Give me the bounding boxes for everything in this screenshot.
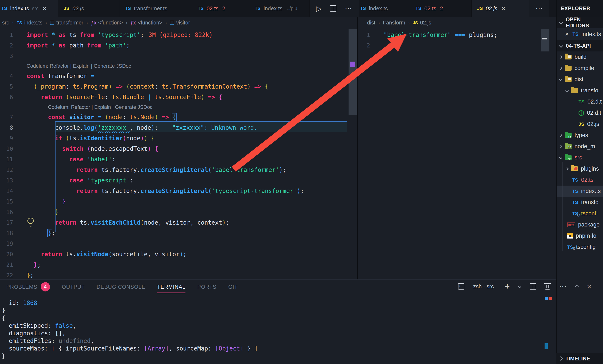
code-line[interactable]: 2import * as path from 'path'; xyxy=(0,40,348,51)
tree-item-pnpm-lo[interactable]: pnpm-lo xyxy=(557,230,603,241)
code-text: const transformer = xyxy=(20,73,94,80)
code-line[interactable]: 13 case 'typescript': xyxy=(0,175,348,186)
tree-item-src[interactable]: src xyxy=(557,152,603,163)
tree-item-tsconfi[interactable]: TStsconfi xyxy=(557,208,603,219)
panel-tab-debug-console[interactable]: DEBUG CONSOLE xyxy=(97,280,145,294)
code-line[interactable]: 2 xyxy=(357,40,538,51)
code-line[interactable]: 17 return ts.visitEachChild(node, visito… xyxy=(0,217,348,228)
code-text: } xyxy=(20,209,59,216)
code-line[interactable]: 7 const visitor = (node: ts.Node) => { xyxy=(0,112,348,122)
codelens[interactable]: Codeium: Refactor | Explain | Generate J… xyxy=(27,61,131,71)
code-line[interactable]: 8 console.log('zxzxxxx', node);"zxzxxxx"… xyxy=(0,122,348,133)
tree-item-node_m[interactable]: node_m xyxy=(557,141,603,152)
terminal-dropdown-chevron[interactable] xyxy=(518,285,522,288)
tree-item-types[interactable]: types xyxy=(557,130,603,141)
tree-item-label: tsconfi xyxy=(581,210,598,217)
code-line[interactable]: 9 if (ts.isIdentifier(node)) { xyxy=(0,133,348,143)
tree-item-label: src xyxy=(575,154,582,161)
tree-item-label: 02.js xyxy=(587,121,599,127)
maximize-panel-chevron[interactable] xyxy=(575,285,579,288)
code-line[interactable]: 14 return ts.factory.createStringLiteral… xyxy=(0,186,348,196)
code-text: const visitor = (node: ts.Node) => { xyxy=(20,114,176,121)
code-text: import * as path from 'path'; xyxy=(20,42,130,49)
line-number: 3 xyxy=(0,53,20,59)
code-text: case 'typescript': xyxy=(20,177,133,184)
codelens[interactable]: Codeium: Refactor | Explain | Generate J… xyxy=(48,102,152,112)
line-number: 19 xyxy=(0,240,20,247)
code-line[interactable]: 12 return ts.factory.createStringLiteral… xyxy=(0,164,348,175)
code-line[interactable]: 5 (_program: ts.Program) => (context: ts… xyxy=(0,81,348,92)
code-line[interactable]: 3 xyxy=(0,51,348,61)
tree-indent-guide xyxy=(562,162,562,251)
panel-tab-problems[interactable]: PROBLEMS4 xyxy=(6,280,50,294)
globe-icon xyxy=(579,110,584,116)
code-line[interactable]: 19 xyxy=(0,238,348,249)
code-line[interactable]: 1import * as ts from 'typescript';3M (gz… xyxy=(0,30,348,40)
code-line[interactable]: 22}; xyxy=(0,270,348,281)
new-terminal-button[interactable]: + xyxy=(505,282,510,291)
terminal-session-label[interactable]: zsh - src xyxy=(473,283,494,290)
tree-item-package[interactable]: npmpackage xyxy=(557,219,603,230)
panel-tab-output[interactable]: OUTPUT xyxy=(62,280,85,294)
code-text: return ts.visitNode(sourceFile, visitor)… xyxy=(20,251,187,258)
code-line[interactable]: 10 switch (node.escapedText) { xyxy=(0,143,348,154)
code-text: import * as ts from 'typescript'; xyxy=(20,31,144,38)
folder-gold-icon xyxy=(571,88,578,93)
line-number: 1 xyxy=(357,32,377,38)
code-text: switch (node.escapedText) { xyxy=(20,145,158,152)
code-line[interactable]: 1"babel-transformer" === plugins; xyxy=(357,30,538,40)
tree-item-02.ts[interactable]: TS02.ts xyxy=(557,174,603,186)
tree-item-label: 02.d.t xyxy=(587,110,601,116)
code-line[interactable]: 21 }; xyxy=(0,259,348,270)
tree-item-02.d.t[interactable]: 02.d.t xyxy=(557,107,603,119)
panel-tab-ports[interactable]: PORTS xyxy=(197,280,217,294)
ts-gear-icon: TS xyxy=(572,211,578,216)
tree-item-transfo[interactable]: TStransfo xyxy=(557,197,603,208)
tree-item-compile[interactable]: compile xyxy=(557,63,603,74)
ts-icon: TS xyxy=(572,189,578,193)
open-editors-section[interactable]: OPEN EDITORS xyxy=(557,17,603,28)
tree-item-02.d.t[interactable]: TS02.d.t xyxy=(557,96,603,107)
code-line[interactable]: 11 case 'babel': xyxy=(0,154,348,164)
more-actions-button[interactable]: ⋯ xyxy=(559,282,567,291)
code-line[interactable]: 6 return (sourceFile: ts.Bundle | ts.Sou… xyxy=(0,92,348,102)
panel-tab-git[interactable]: GIT xyxy=(228,280,238,294)
code-line[interactable]: 16 } xyxy=(0,207,348,217)
tree-item-build[interactable]: build xyxy=(557,51,603,63)
line-number: 17 xyxy=(0,219,20,226)
code-text: return ts.factory.createStringLiteral('t… xyxy=(20,187,304,194)
lightbulb-icon[interactable] xyxy=(27,218,34,224)
tree-item-dist[interactable]: dist xyxy=(557,74,603,85)
code-line[interactable]: 20 return ts.visitNode(sourceFile, visit… xyxy=(0,249,348,259)
close-icon[interactable]: × xyxy=(565,31,569,38)
split-terminal-button[interactable] xyxy=(530,283,536,290)
tree-item-label: transfo xyxy=(581,199,599,206)
tree-item-index.ts[interactable]: TSindex.ts xyxy=(557,186,603,197)
timeline-label: TIMELINE xyxy=(566,356,590,362)
tree-item-02.js[interactable]: JS02.js xyxy=(557,119,603,130)
timeline-section[interactable]: TIMELINE xyxy=(556,353,603,364)
tree-item-label: pnpm-lo xyxy=(576,233,596,239)
tree-item-plugins[interactable]: plugins xyxy=(557,163,603,174)
code-line[interactable]: 15 } xyxy=(0,196,348,207)
tree-item-transfo[interactable]: transfo xyxy=(557,85,603,96)
kill-terminal-button[interactable] xyxy=(545,284,550,290)
editor-right[interactable]: 1"babel-transformer" === plugins;2 xyxy=(357,0,538,279)
terminal-output[interactable]: id: 1868}{ emitSkipped: false, diagnosti… xyxy=(0,294,556,364)
panel-actions: zsh - src + ⋯ × xyxy=(458,282,591,291)
code-line[interactable]: 4const transformer = xyxy=(0,71,348,81)
tree-item-label: 02.d.t xyxy=(587,99,602,105)
tree-item-tsconfig[interactable]: TStsconfig xyxy=(557,241,603,253)
js-icon: JS xyxy=(579,122,584,126)
terminal-line: emitSkipped: false, xyxy=(2,322,76,330)
code-text: }; xyxy=(20,230,55,237)
chevron-down-icon xyxy=(566,89,569,92)
editor-left[interactable]: 1import * as ts from 'typescript';3M (gz… xyxy=(0,0,348,279)
workspace-section[interactable]: 04-TS-API xyxy=(557,40,603,51)
close-panel-button[interactable]: × xyxy=(587,283,591,290)
code-line[interactable]: 18 }; xyxy=(0,228,348,238)
open-editor-item[interactable]: × TS index.ts xyxy=(557,28,603,40)
editor-right-scrollbar[interactable] xyxy=(541,29,549,51)
editor-left-scrollbar[interactable] xyxy=(348,29,357,115)
panel-tab-terminal[interactable]: TERMINAL xyxy=(157,280,186,294)
